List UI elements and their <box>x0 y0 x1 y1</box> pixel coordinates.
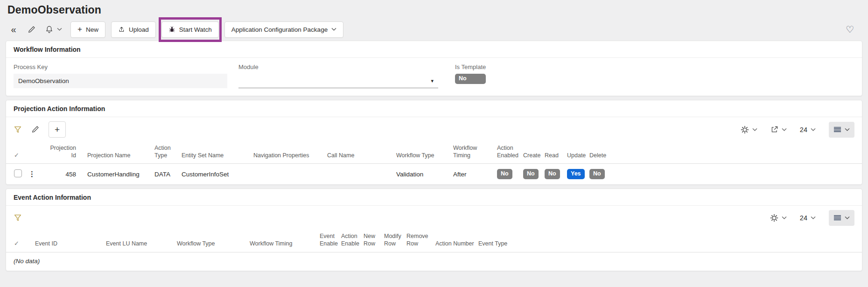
edit-row-icon[interactable] <box>31 126 39 133</box>
package-dropdown-label: Application Configuration Package <box>231 26 328 33</box>
upload-icon <box>118 26 125 33</box>
start-watch-button[interactable]: Start Watch <box>161 21 219 38</box>
start-watch-label: Start Watch <box>179 26 212 33</box>
projection-action-title: Projection Action Information <box>6 100 862 117</box>
action-enabled-badge: No <box>497 169 512 179</box>
projection-table-row[interactable]: ⋮ 458 CustomerHandling DATA CustomerInfo… <box>6 164 862 184</box>
new-button-label: New <box>86 26 98 33</box>
col-event-enable: Event Enable <box>320 233 341 247</box>
row-select-cell <box>6 169 28 179</box>
gear-icon <box>741 126 749 134</box>
bug-icon <box>168 26 175 33</box>
cell-delete: No <box>589 169 611 179</box>
col-delete: Delete <box>589 152 611 160</box>
col-workflow-type: Workflow Type <box>177 240 250 248</box>
event-table-header: ✓ Event ID Event LU Name Workflow Type W… <box>6 230 862 252</box>
filter-icon[interactable] <box>14 126 22 134</box>
gear-icon <box>770 214 778 222</box>
row-checkbox[interactable] <box>14 169 22 177</box>
page-size-chevron-down-icon <box>811 128 816 132</box>
bell-chevron-down-icon[interactable] <box>57 28 62 31</box>
col-projection-name: Projection Name <box>81 152 154 160</box>
page-title: DemoObservation <box>0 0 868 16</box>
package-dropdown-button[interactable]: Application Configuration Package <box>224 21 343 38</box>
workflow-information-title: Workflow Information <box>6 41 862 58</box>
start-watch-wrap: Start Watch <box>161 21 219 38</box>
upload-button[interactable]: Upload <box>111 21 156 38</box>
row-kebab-menu-icon[interactable]: ⋮ <box>28 170 45 178</box>
page-size-value: 24 <box>800 126 807 133</box>
update-badge: Yes <box>567 169 585 179</box>
col-modify-row: Modify Row <box>384 233 406 247</box>
cell-read: No <box>545 169 567 179</box>
view-mode-chevron-down-icon <box>845 128 850 132</box>
create-badge: No <box>523 169 539 179</box>
select-all-icon[interactable]: ✓ <box>6 152 28 159</box>
col-event-type: Event Type <box>478 240 516 248</box>
col-create: Create <box>523 152 545 160</box>
page-size-value: 24 <box>800 214 807 222</box>
bell-icon[interactable] <box>43 23 55 35</box>
module-label: Module <box>238 63 438 70</box>
col-workflow-timing: Workflow Timing <box>250 240 320 248</box>
col-action-number: Action Number <box>435 240 478 248</box>
col-event-lu-name: Event LU Name <box>106 240 177 248</box>
col-action-type: Action Type <box>154 145 182 159</box>
col-action-enabled: Action Enabled <box>497 145 523 159</box>
process-key-value: DemoObservation <box>14 74 227 88</box>
plus-icon: + <box>77 25 82 33</box>
col-read: Read <box>545 152 567 160</box>
event-action-card: Event Action Information 24 ✓ Event ID <box>6 189 862 271</box>
workflow-information-card: Workflow Information Process Key DemoObs… <box>6 41 862 96</box>
no-data-message: (No data) <box>6 252 862 271</box>
select-all-icon[interactable]: ✓ <box>6 240 35 247</box>
col-new-row: New Row <box>364 233 384 247</box>
projection-toolbar: + 24 <box>6 117 862 142</box>
col-projection-id: Projection Id <box>45 145 81 159</box>
is-template-field: Is Template No <box>455 63 486 84</box>
event-filter-icon[interactable] <box>14 214 22 222</box>
delete-badge: No <box>589 169 605 179</box>
edit-pencil-icon <box>28 26 35 34</box>
col-workflow-type: Workflow Type <box>396 152 453 160</box>
edit-icon[interactable] <box>25 23 37 35</box>
cell-projection-id: 458 <box>45 171 81 178</box>
col-call-name: Call Name <box>327 152 396 160</box>
projection-action-card: Projection Action Information + 24 <box>6 100 862 185</box>
page-size-chevron-down-icon <box>811 216 816 220</box>
module-select[interactable]: ▾ <box>238 74 438 88</box>
event-settings-control[interactable] <box>770 214 787 222</box>
cell-projection-name: CustomerHandling <box>81 171 154 178</box>
event-action-title: Event Action Information <box>6 189 862 206</box>
upload-button-label: Upload <box>129 26 149 33</box>
col-remove-row: Remove Row <box>406 233 435 247</box>
export-control[interactable] <box>770 126 787 133</box>
page-size-control[interactable]: 24 <box>800 126 816 133</box>
settings-control[interactable] <box>741 126 757 134</box>
col-entity-set-name: Entity Set Name <box>182 152 253 160</box>
cell-action-enabled: No <box>497 169 523 179</box>
cell-entity-set-name: CustomerInfoSet <box>182 171 253 178</box>
export-chevron-down-icon <box>782 128 787 132</box>
process-key-label: Process Key <box>14 63 227 70</box>
view-mode-button[interactable] <box>829 122 854 138</box>
col-navigation-properties: Navigation Properties <box>253 152 327 160</box>
new-button[interactable]: + New <box>70 21 105 38</box>
notifications-group <box>43 23 62 35</box>
collapse-sidebar-icon[interactable]: « <box>7 23 20 35</box>
list-view-icon <box>833 126 841 133</box>
add-row-button[interactable]: + <box>49 121 66 138</box>
settings-chevron-down-icon <box>782 216 787 220</box>
event-page-size-control[interactable]: 24 <box>800 214 816 222</box>
favorite-heart-icon[interactable]: ♡ <box>846 24 854 35</box>
col-update: Update <box>567 152 589 160</box>
view-mode-chevron-down-icon <box>845 216 850 220</box>
read-badge: No <box>545 169 560 179</box>
top-toolbar: « + New Upload <box>0 16 868 41</box>
projection-table-header: ✓ Projection Id Projection Name Action T… <box>6 142 862 164</box>
event-view-mode-button[interactable] <box>829 210 854 226</box>
app-page: DemoObservation « + New Upload <box>0 0 868 287</box>
cell-update: Yes <box>567 169 589 179</box>
is-template-label: Is Template <box>455 63 486 70</box>
export-icon <box>770 126 778 133</box>
